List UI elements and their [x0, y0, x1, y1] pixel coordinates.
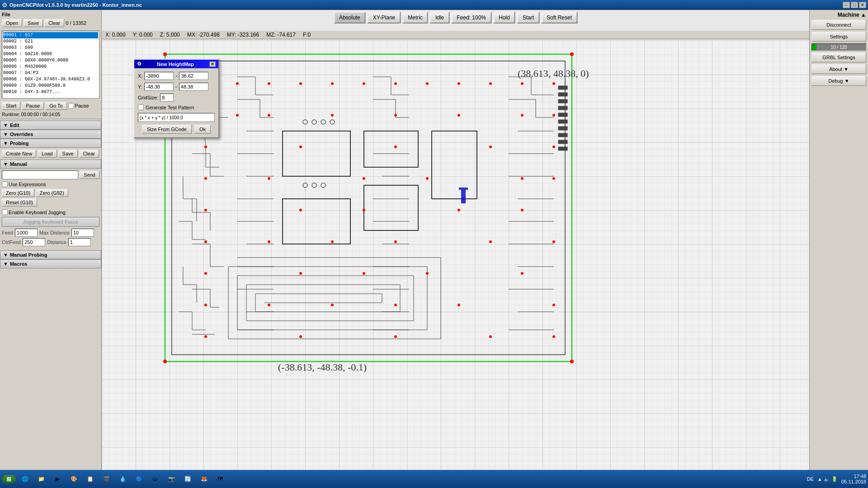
save-button[interactable]: Save: [24, 19, 43, 27]
ok-button[interactable]: Ok: [194, 125, 211, 134]
feed-button[interactable]: Feed: 100%: [451, 12, 491, 23]
probing-section-header[interactable]: ▼ Probing: [0, 139, 101, 148]
overrides-section-header[interactable]: ▼ Overrides: [0, 130, 101, 139]
code-line-2[interactable]: 00002 : G21: [3, 38, 98, 45]
goto-button[interactable]: Go To: [45, 102, 66, 110]
taskbar-icon-lightroom[interactable]: 💧: [115, 472, 130, 486]
code-line-6[interactable]: 00006 : M4S20000: [3, 64, 98, 70]
settings-button[interactable]: Settings: [811, 32, 866, 42]
macros-label: Macros: [10, 261, 28, 267]
x-max-input[interactable]: [179, 72, 208, 80]
dialog-title-bar[interactable]: ⚙ New HeightMap ✕: [134, 60, 218, 68]
code-line-3[interactable]: 00003 : G90: [3, 45, 98, 51]
taskbar-icon-browser[interactable]: 🌐: [18, 472, 32, 486]
svg-point-41: [489, 82, 492, 85]
code-line-7[interactable]: 00007 : G4:P3: [3, 70, 98, 76]
macros-arrow: ▼: [3, 261, 8, 267]
main-container: File Open Save Clear 0 / 13352 00001 : G…: [0, 10, 868, 488]
taskbar-icon-premiere[interactable]: 🎬: [99, 472, 113, 486]
code-line-9[interactable]: 00009 : G1Z0.0000F500.0: [3, 83, 98, 89]
coord-my: MY: -323.166: [227, 32, 259, 38]
y-min-input[interactable]: [144, 83, 174, 91]
svg-point-5: [163, 360, 167, 363]
clear-button[interactable]: Clear: [44, 19, 64, 27]
svg-point-50: [521, 114, 524, 117]
code-editor[interactable]: 00001 : G17 00002 : G21 00003 : G90 0000…: [2, 31, 99, 99]
max-dist-input[interactable]: [71, 229, 94, 237]
use-expressions-label[interactable]: Use Expressions: [2, 181, 99, 187]
debug-button[interactable]: Debug ▼: [811, 76, 866, 86]
feed-row: Feed Max Distance: [2, 229, 99, 237]
svg-point-65: [363, 209, 365, 211]
code-line-4[interactable]: 00004 : G0Z10.0000: [3, 51, 98, 57]
create-new-button[interactable]: Create New: [2, 150, 36, 158]
dialog-close-button[interactable]: ✕: [209, 61, 216, 67]
start-menu-button[interactable]: ⊞: [2, 475, 16, 483]
about-button[interactable]: About ▼: [811, 64, 866, 74]
taskbar-icon-misc1[interactable]: 🗂: [148, 472, 162, 486]
taskbar-icon-update[interactable]: 🔄: [180, 472, 195, 486]
taskbar-icon-explorer[interactable]: 📁: [34, 472, 48, 486]
grbl-settings-button[interactable]: GRBL Settings: [811, 52, 866, 62]
send-input[interactable]: [2, 170, 78, 179]
probing-clear-button[interactable]: Clear: [79, 150, 99, 158]
macros-header[interactable]: ▼ Macros: [0, 259, 101, 268]
enable-kb-jogging-checkbox[interactable]: [2, 209, 8, 215]
edit-section-header[interactable]: ▼ Edit: [0, 121, 101, 130]
load-button[interactable]: Load: [38, 150, 57, 158]
svg-rect-10: [558, 86, 567, 89]
x-min-input[interactable]: [144, 72, 174, 80]
svg-point-61: [521, 177, 524, 180]
use-expressions-checkbox[interactable]: [2, 181, 8, 187]
absolute-button[interactable]: Absolute: [334, 12, 366, 23]
taskbar-icon-maps[interactable]: 🗺: [213, 472, 227, 486]
probing-save-button[interactable]: Save: [58, 150, 78, 158]
formula-input[interactable]: [138, 113, 215, 122]
taskbar-icon-camera[interactable]: 📷: [164, 472, 179, 486]
code-line-1[interactable]: 00001 : G17: [3, 32, 98, 38]
code-line-5[interactable]: 00005 : G0X0.0000Y0.0000: [3, 57, 98, 64]
svg-rect-17: [558, 133, 567, 137]
taskbar-icon-word[interactable]: 📋: [83, 472, 97, 486]
enable-kb-jogging-label[interactable]: Enable Keyboard Jogging: [2, 209, 99, 215]
send-button[interactable]: Send: [80, 171, 99, 179]
ctrl-feed-input[interactable]: [23, 238, 45, 246]
size-from-gcode-button[interactable]: Size From GCode: [142, 125, 192, 134]
y-max-input[interactable]: [179, 83, 208, 91]
taskbar-icon-media[interactable]: ▶: [50, 472, 65, 486]
y-label: Y:: [138, 84, 142, 89]
manual-section-header[interactable]: ▼ Manual: [0, 160, 101, 169]
manual-probing-header[interactable]: ▼ Manual Probing: [0, 250, 101, 259]
close-button[interactable]: ✕: [859, 2, 866, 8]
zero-g92-button[interactable]: Zero (G92): [36, 189, 68, 197]
metric-button[interactable]: Metric: [402, 12, 428, 23]
taskbar-icon-opera[interactable]: 🦊: [197, 472, 211, 486]
soft-reset-button[interactable]: Soft Reset: [541, 12, 577, 23]
jogging-keyboard-focus-button[interactable]: Jogging Keyboard Focus: [2, 217, 99, 227]
taskbar-icon-photoshop[interactable]: 🔵: [132, 472, 146, 486]
generate-test-checkbox[interactable]: [138, 104, 144, 110]
new-heightmap-dialog[interactable]: ⚙ New HeightMap ✕ X: - Y: - GridSize:: [133, 59, 219, 138]
start-button[interactable]: Start: [2, 102, 20, 110]
pause-checkbox-label[interactable]: Pause: [68, 103, 89, 109]
reset-g10-button[interactable]: Reset (G10): [2, 198, 37, 206]
xy-plane-button[interactable]: XY-Plane: [368, 12, 401, 23]
disconnect-button[interactable]: Disconnect: [811, 20, 866, 30]
start-toolbar-button[interactable]: Start: [517, 12, 539, 23]
svg-rect-14: [558, 113, 567, 117]
pause-button[interactable]: Pause: [22, 102, 44, 110]
code-line-8[interactable]: 00008 : G0X-24.9746Y-39.6490Z3.0: [3, 76, 98, 83]
open-button[interactable]: Open: [2, 19, 22, 27]
feed-input[interactable]: [15, 229, 38, 237]
minimize-button[interactable]: –: [843, 2, 850, 8]
pause-checkbox[interactable]: [68, 103, 74, 109]
taskbar-icon-art[interactable]: 🎨: [66, 472, 81, 486]
gridsize-input[interactable]: [160, 94, 174, 102]
code-line-10[interactable]: 00010 : G4Y-3.0077...: [3, 89, 98, 95]
dist-input[interactable]: [68, 238, 91, 246]
hold-button[interactable]: Hold: [493, 12, 515, 23]
zero-g10-button[interactable]: Zero (G10): [2, 189, 34, 197]
maximize-button[interactable]: □: [851, 2, 858, 8]
idle-button[interactable]: Idle: [430, 12, 449, 23]
x-range-row: X: -: [138, 72, 215, 80]
